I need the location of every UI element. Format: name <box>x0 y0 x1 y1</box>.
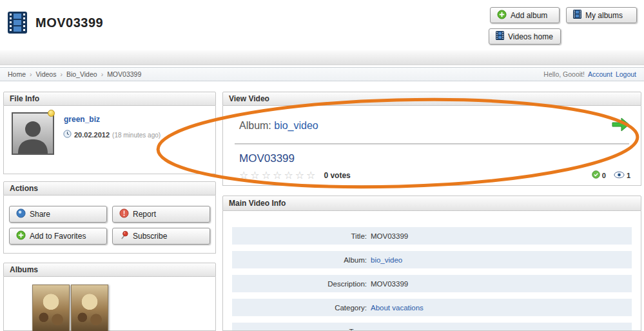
info-label: Album: <box>232 256 371 264</box>
greeting-text: Hello, Goooit! <box>543 70 585 78</box>
add-icon <box>16 230 26 242</box>
page-title: MOV03399 <box>35 15 103 30</box>
header: MOV03399 Add album My albums Videos home <box>0 0 644 50</box>
info-row-album: Album: bio_video <box>232 251 632 268</box>
actions-title: Actions <box>3 181 216 196</box>
report-button[interactable]: Report <box>112 206 210 223</box>
page: MOV03399 Add album My albums Videos home… <box>0 0 644 331</box>
info-value: MOV03399 <box>371 232 408 240</box>
my-albums-label: My albums <box>585 11 623 20</box>
video-title[interactable]: MOV03399 <box>239 152 295 165</box>
info-label: Title: <box>232 232 371 240</box>
avatar[interactable] <box>12 112 54 155</box>
breadcrumb-bio-video[interactable]: Bio_Video <box>66 70 97 78</box>
report-label: Report <box>133 210 156 219</box>
add-to-favorites-label: Add to Favorites <box>30 232 86 241</box>
view-video-panel: View Video Album: bio_video MOV03399 ☆☆☆… <box>222 92 641 186</box>
albums-title: Albums <box>3 263 216 277</box>
main-video-info-title: Main Video Info <box>222 196 641 211</box>
share-button[interactable]: Share <box>9 206 107 223</box>
time-ago: (18 minutes ago) <box>112 132 161 139</box>
album-thumbnail[interactable] <box>32 285 70 331</box>
main-video-info-panel: Main Video Info Title: MOV03399 Album: b… <box>222 196 641 331</box>
breadcrumb-videos[interactable]: Videos <box>36 70 57 78</box>
rating-stars[interactable]: ☆☆☆☆☆☆☆ <box>239 169 317 181</box>
add-icon <box>497 10 507 21</box>
logout-link[interactable]: Logout <box>616 70 636 78</box>
share-icon <box>16 208 26 220</box>
breadcrumb-separator: › <box>101 70 104 78</box>
category-value-link[interactable]: About vacations <box>371 304 424 312</box>
info-label: Category: <box>232 304 371 312</box>
next-video-arrow-icon[interactable] <box>611 116 630 135</box>
album-link[interactable]: bio_video <box>274 120 318 131</box>
film-icon <box>573 10 581 21</box>
user-status-badge <box>48 110 55 117</box>
album-line: Album: bio_video <box>239 120 318 132</box>
add-album-label: Add album <box>511 11 547 20</box>
rating-row: ☆☆☆☆☆☆☆ 0 votes <box>239 169 351 181</box>
add-to-favorites-button[interactable]: Add to Favorites <box>9 228 107 245</box>
stats-row: 0 1 <box>592 170 630 180</box>
info-value: MOV03399 <box>371 280 408 288</box>
my-albums-button[interactable]: My albums <box>566 7 637 23</box>
info-label: Tags: <box>232 328 371 331</box>
share-label: Share <box>30 210 50 219</box>
pushpin-icon <box>119 230 129 242</box>
file-info-panel: File Info green_biz 20.02.2012 (18 minut… <box>3 92 216 174</box>
album-label: Album: <box>239 120 271 131</box>
info-label: Description: <box>232 280 371 288</box>
views-count: 1 <box>627 172 630 179</box>
actions-panel: Actions Share Report Add to Favorites <box>3 181 216 254</box>
videos-home-button[interactable]: Videos home <box>489 28 561 45</box>
breadcrumb-current: MOV03399 <box>107 70 141 78</box>
clock-icon <box>63 129 72 141</box>
info-row-description: Description: MOV03399 <box>232 275 632 292</box>
add-album-button[interactable]: Add album <box>490 7 560 23</box>
file-info-title: File Info <box>3 92 216 106</box>
upload-date: 20.02.2012 <box>74 131 110 139</box>
separator <box>235 143 629 145</box>
breadcrumb-separator: › <box>60 70 63 78</box>
breadcrumb-home[interactable]: Home <box>8 70 26 78</box>
report-icon <box>119 208 129 220</box>
videos-home-label: Videos home <box>508 32 553 41</box>
likes-icon <box>592 170 600 180</box>
film-logo-icon <box>8 12 27 36</box>
subscribe-button[interactable]: Subscribe <box>112 228 210 245</box>
info-row-category: Category: About vacations <box>232 299 632 316</box>
views-eye-icon <box>614 171 625 180</box>
albums-panel: Albums <box>3 263 216 331</box>
film-icon <box>496 31 504 42</box>
info-row-title: Title: MOV03399 <box>232 227 632 245</box>
breadcrumb: Home › Videos › Bio_Video › MOV03399 Hel… <box>0 67 644 81</box>
breadcrumb-separator: › <box>30 70 32 78</box>
subscribe-label: Subscribe <box>133 232 167 241</box>
view-video-title: View Video <box>222 92 641 106</box>
votes-count: 0 votes <box>324 171 350 180</box>
header-band <box>0 50 644 65</box>
info-row-tags: Tags: <box>232 323 632 331</box>
album-thumbnail[interactable] <box>71 285 108 331</box>
likes-count: 0 <box>602 172 606 179</box>
account-link[interactable]: Account <box>588 70 612 78</box>
username-link[interactable]: green_biz <box>64 115 100 124</box>
album-value-link[interactable]: bio_video <box>371 256 402 264</box>
